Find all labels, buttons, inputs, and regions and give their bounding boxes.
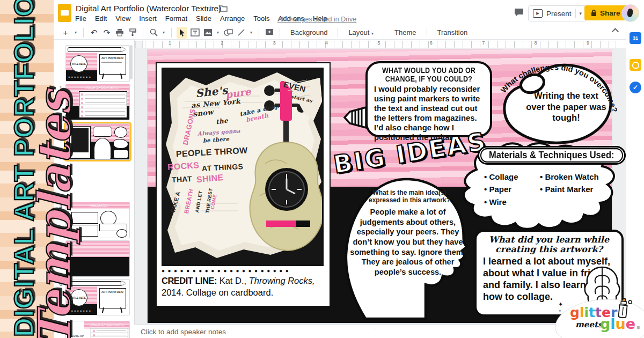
ruler-number: 9 xyxy=(587,40,589,46)
star-icon[interactable]: ☆ xyxy=(207,4,214,13)
menu-item[interactable]: Tools xyxy=(253,14,269,23)
keep-icon[interactable] xyxy=(630,59,641,71)
insert-shape-icon[interactable] xyxy=(223,27,233,39)
artwork-text: AT THINGS xyxy=(202,162,244,173)
ruler-numbers: 123456789 xyxy=(169,40,589,46)
challenges-body: Writing the text over the paper was toug… xyxy=(526,90,606,123)
thumbnail-scrollbar[interactable] xyxy=(130,45,133,79)
material-item: Wire xyxy=(484,196,518,208)
ruler-number: 2 xyxy=(221,40,223,46)
line-dropdown-icon[interactable]: ▾ xyxy=(248,27,254,39)
image-dropdown-icon[interactable]: ▾ xyxy=(215,27,221,39)
zoom-dropdown-icon[interactable]: ▾ xyxy=(161,27,166,39)
tasks-icon[interactable]: ✓ xyxy=(630,82,641,93)
artwork-text: TAKE A xyxy=(170,190,181,214)
thumb-easel-label: ART PORTFOLIO xyxy=(101,290,123,293)
print-icon[interactable] xyxy=(114,27,125,39)
paint-format-icon[interactable] xyxy=(127,27,138,39)
present-play-icon: ▶ xyxy=(533,9,543,18)
toolbar-divider xyxy=(83,28,84,38)
menu-item[interactable]: File xyxy=(75,14,86,23)
button-divider xyxy=(575,9,576,18)
layout-dropdown-icon: ▾ xyxy=(371,31,374,36)
select-tool-icon[interactable] xyxy=(177,27,187,39)
main-idea-heading: What is the main idea(s) expressed in th… xyxy=(358,189,460,204)
toolbar-divider xyxy=(338,28,338,38)
notes-resize-handle[interactable]: ·· xyxy=(374,325,379,330)
artwork-text: BREATH xyxy=(183,188,194,214)
new-slide-dropdown-icon[interactable]: ▾ xyxy=(73,27,78,39)
ruler-number: 1 xyxy=(169,40,171,46)
ruler-corner xyxy=(135,41,143,48)
document-title[interactable]: Digital Art Portfolio (Watercolor Textur… xyxy=(76,4,221,13)
insert-image-icon[interactable] xyxy=(202,27,213,39)
materials-heading: Materials & Techniques Used: xyxy=(480,148,623,163)
move-folder-icon[interactable] xyxy=(219,5,228,12)
toolbar-divider xyxy=(171,28,172,38)
toolbar-divider xyxy=(384,28,384,38)
present-button[interactable]: ▶ Present ▾ xyxy=(528,5,587,21)
credit-artist: Kat D., xyxy=(217,276,249,285)
ruler-number: 5 xyxy=(377,40,380,46)
calendar-icon[interactable]: 31 xyxy=(630,32,641,44)
thumb-toc-title: TABLE OF CONTENTS xyxy=(84,86,119,89)
speaker-notes-placeholder[interactable]: Click to add speaker notes xyxy=(141,328,226,336)
new-slide-button[interactable]: + xyxy=(60,27,71,39)
share-label: Share xyxy=(600,9,620,17)
add-change-heading: WHAT WOULD YOU ADD OR CHANGE, IF YOU COU… xyxy=(371,66,487,83)
artwork-text: be there xyxy=(203,136,230,143)
saved-status[interactable]: All changes saved in Drive xyxy=(277,16,356,23)
logo-letter: l xyxy=(610,315,615,332)
background-button[interactable]: Background xyxy=(285,28,333,36)
comments-icon[interactable] xyxy=(514,8,524,17)
credit-line[interactable]: CREDIT LINE: Kat D., Throwing Rocks, 201… xyxy=(162,275,325,299)
menu-item[interactable]: Insert xyxy=(139,14,157,23)
menu-item[interactable]: Slide xyxy=(196,14,211,23)
slides-app-icon[interactable] xyxy=(58,4,71,22)
text-box-icon[interactable] xyxy=(189,27,200,39)
ruler-number: 7 xyxy=(482,40,485,46)
menu-item[interactable]: Edit xyxy=(95,14,107,23)
redo-icon[interactable]: ↷ xyxy=(101,27,112,39)
insert-comment-icon[interactable] xyxy=(264,27,275,39)
ruler-number: 8 xyxy=(535,40,537,46)
dots-row: ●●●●●●●●●●●●●●●●●●●●● xyxy=(162,268,325,274)
pencil-nib-icon xyxy=(342,105,367,130)
present-dropdown-icon[interactable]: ▾ xyxy=(580,11,582,16)
banner-subtitle: Templates xyxy=(28,90,81,338)
artwork-text: EVEN xyxy=(283,79,307,94)
theme-button[interactable]: Theme xyxy=(389,28,421,36)
materials-column-2: Broken WatchPaint Marker xyxy=(540,171,599,196)
artwork-text: PEOPLE THROW xyxy=(176,146,248,159)
insert-line-icon[interactable] xyxy=(236,27,246,39)
glue-bottle-icon xyxy=(615,298,633,320)
menu-item[interactable]: View xyxy=(115,14,130,23)
logo-letter: t xyxy=(589,305,595,320)
credit-title: Throwing Rocks, xyxy=(249,276,315,285)
transition-button[interactable]: Transition xyxy=(432,28,473,36)
credit-rest: 2014. Collage on cardboard. xyxy=(162,288,273,297)
menu-item[interactable]: Format xyxy=(165,14,187,23)
materials-heading-pill: Materials & Techniques Used: xyxy=(478,146,626,165)
toolbar-divider xyxy=(259,28,259,38)
share-button[interactable]: Share xyxy=(584,5,627,20)
layout-button[interactable]: Layout ▾ xyxy=(343,28,379,36)
thumb-toc-title: TABLE OF CONTENTS xyxy=(90,323,124,326)
workspace-side-panel: 31 ✓ xyxy=(626,26,644,325)
materials-column-1: CollagePaperWire xyxy=(484,171,518,208)
user-avatar[interactable] xyxy=(621,4,639,22)
material-item: Broken Watch xyxy=(540,171,599,183)
slide-thumbnail-1[interactable]: ●●●●●●●● TITLE HERE ART PORTFOLIO xyxy=(65,45,130,82)
ruler-number: 6 xyxy=(430,40,433,46)
credit-label: CREDIT LINE: xyxy=(162,276,217,285)
hide-menus-button[interactable] xyxy=(613,29,618,34)
artwork-lyrics: She'spureas New YorksnowEVENstart asDRAG… xyxy=(163,69,324,266)
artwork-frame[interactable]: She'spureas New YorksnowEVENstart asDRAG… xyxy=(156,62,331,307)
menu-item[interactable]: Arrange xyxy=(220,14,245,23)
undo-icon[interactable]: ↶ xyxy=(89,27,99,39)
add-change-bubble[interactable]: WHAT WOULD YOU ADD OR CHANGE, IF YOU COU… xyxy=(365,61,492,137)
thumb-feedback-title: FEEDBACK xyxy=(90,204,107,207)
toolbar-divider xyxy=(143,28,143,38)
zoom-icon[interactable] xyxy=(148,27,159,39)
artwork-text: AND LET xyxy=(194,190,203,213)
